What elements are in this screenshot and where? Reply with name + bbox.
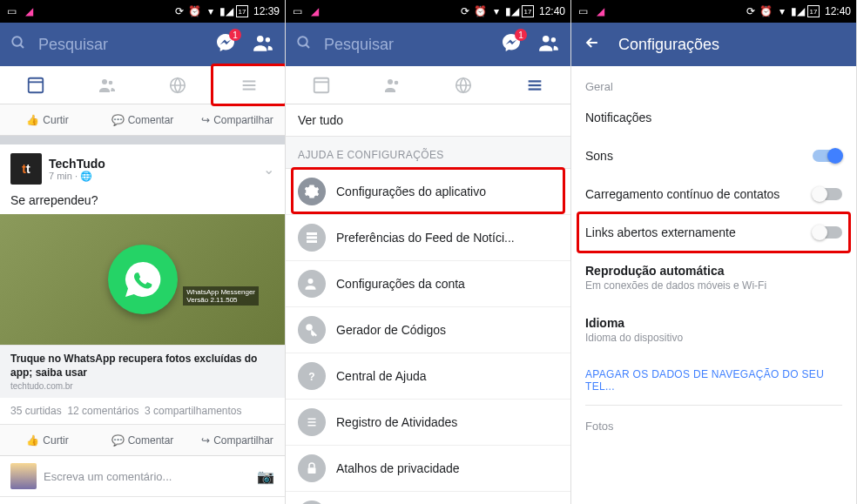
- post-stats[interactable]: 35 curtidas 12 comentários 3 compartilha…: [0, 398, 285, 425]
- friend-requests-icon[interactable]: [537, 31, 560, 57]
- section-photos: Fotos: [571, 406, 856, 438]
- status-bar: ▭ ◢ ⟳ ⏰ ▾ ▮◢ 17 12:39: [0, 0, 285, 23]
- alarm-icon: ⏰: [189, 5, 201, 17]
- post-text: Se arrependeu?: [0, 193, 285, 214]
- user-avatar[interactable]: [10, 463, 37, 489]
- share-icon: ↪: [201, 434, 210, 447]
- tab-menu[interactable]: [499, 66, 570, 104]
- app-icon: ◢: [308, 5, 321, 17]
- screen-feed: ▭ ◢ ⟳ ⏰ ▾ ▮◢ 17 12:39 Pesquisar 1: [0, 0, 286, 504]
- toggle-sounds[interactable]: [813, 150, 842, 162]
- share-icon: ↪: [201, 114, 210, 126]
- alarm-icon: ⏰: [760, 5, 773, 17]
- list-icon: [298, 408, 326, 436]
- camera-icon[interactable]: 📷: [257, 468, 274, 485]
- svg-rect-4: [29, 77, 44, 92]
- wifi-icon: ▾: [490, 5, 503, 17]
- back-icon[interactable]: [584, 34, 601, 55]
- menu-item-terms[interactable]: Termos & Políticas: [286, 492, 570, 504]
- comment-button[interactable]: 💬Comentar: [95, 425, 190, 455]
- settings-sounds[interactable]: Sons: [571, 137, 856, 175]
- svg-rect-33: [308, 467, 316, 474]
- tab-newsfeed[interactable]: [286, 66, 357, 104]
- screen-settings: ▭ ◢ ⟳ ⏰ ▾ ▮◢ 17 12:40 Configurações Gera…: [571, 0, 857, 504]
- share-button[interactable]: ↪Compartilhar: [190, 425, 285, 455]
- nav-tabs: [0, 66, 285, 104]
- search-input[interactable]: Pesquisar: [38, 36, 215, 54]
- comment-button[interactable]: 💬Comentar: [95, 104, 190, 135]
- search-icon[interactable]: [296, 35, 314, 54]
- share-button[interactable]: ↪Compartilhar: [190, 104, 285, 135]
- post-image[interactable]: WhatsApp MessengerVersão 2.11.505: [0, 214, 285, 345]
- comment-icon: 💬: [111, 114, 125, 126]
- battery-icon: 17: [236, 5, 248, 17]
- like-button[interactable]: 👍Curtir: [0, 425, 95, 455]
- status-bar: ▭ ◢ ⟳ ⏰ ▾ ▮◢ 17 12:40: [286, 0, 570, 23]
- wifi-icon: ▾: [205, 5, 217, 17]
- badge-count: 1: [229, 29, 241, 41]
- tab-friends[interactable]: [357, 66, 428, 104]
- messenger-icon[interactable]: 1: [215, 32, 236, 57]
- feed-icon: [298, 224, 326, 252]
- clear-browsing-data[interactable]: APAGAR OS DADOS DE NAVEGAÇÃO DO SEU TEL.…: [571, 356, 856, 405]
- tab-notifications[interactable]: [428, 66, 500, 104]
- search-input[interactable]: Pesquisar: [324, 36, 501, 54]
- link-title: Truque no WhatsApp recupera fotos excluí…: [10, 353, 274, 380]
- person-gear-icon: [298, 270, 326, 298]
- menu-item-code-generator[interactable]: Gerador de Códigos: [286, 307, 570, 353]
- notif-icon: ▭: [577, 5, 589, 17]
- toggle-contacts[interactable]: [813, 188, 842, 200]
- notif-icon: ▭: [291, 5, 303, 17]
- svg-rect-25: [307, 237, 317, 239]
- app-icon: ◢: [23, 5, 35, 17]
- document-icon: [298, 501, 326, 504]
- settings-language[interactable]: Idioma Idioma do dispositivo: [571, 304, 856, 356]
- svg-point-12: [298, 37, 307, 46]
- svg-line-13: [306, 44, 309, 48]
- avatar[interactable]: tt: [10, 153, 42, 185]
- page-title: Configurações: [618, 36, 719, 54]
- settings-autoplay[interactable]: Reprodução automática Em conexões de dad…: [571, 252, 856, 304]
- tab-menu[interactable]: [213, 66, 285, 104]
- messenger-icon[interactable]: 1: [501, 32, 522, 57]
- menu-item-feed-prefs[interactable]: Preferências do Feed de Notíci...: [286, 215, 570, 261]
- clock: 12:39: [253, 5, 280, 17]
- svg-point-15: [551, 37, 556, 42]
- svg-point-18: [388, 79, 393, 84]
- badge-count: 1: [515, 29, 527, 41]
- post-actions-top: 👍Curtir 💬Comentar ↪Compartilhar: [0, 104, 285, 136]
- post-author[interactable]: TechTudo: [49, 157, 256, 171]
- wa-version-label: WhatsApp MessengerVersão 2.11.505: [183, 286, 259, 306]
- svg-rect-26: [307, 240, 317, 243]
- chevron-down-icon[interactable]: ⌄: [263, 161, 274, 178]
- search-icon[interactable]: [10, 35, 28, 54]
- battery-icon: 17: [522, 5, 534, 17]
- friend-requests-icon[interactable]: [252, 31, 274, 57]
- tab-friends[interactable]: [71, 66, 143, 104]
- menu-item-activity-log[interactable]: Registro de Atividades: [286, 400, 570, 446]
- svg-point-19: [394, 80, 398, 84]
- tab-newsfeed[interactable]: [0, 66, 71, 104]
- svg-point-3: [266, 37, 270, 42]
- comment-input[interactable]: Escreva um comentário...: [44, 470, 250, 483]
- related-links[interactable]: 1 links relacionados: [0, 496, 285, 504]
- screen-menu: ▭ ◢ ⟳ ⏰ ▾ ▮◢ 17 12:40 Pesquisar 1: [286, 0, 571, 504]
- menu-item-account-settings[interactable]: Configurações da conta: [286, 261, 570, 307]
- menu-item-privacy[interactable]: Atalhos de privacidade: [286, 446, 570, 492]
- battery-icon: 17: [807, 5, 820, 17]
- post-actions-bottom: 👍Curtir 💬Comentar ↪Compartilhar: [0, 425, 285, 456]
- highlight-menu: [211, 64, 286, 106]
- menu-item-help-center[interactable]: ? Central de Ajuda: [286, 353, 570, 400]
- see-all-button[interactable]: Ver tudo: [286, 104, 570, 137]
- svg-point-2: [257, 36, 264, 43]
- svg-point-27: [308, 279, 314, 284]
- globe-icon: 🌐: [80, 171, 92, 182]
- settings-contacts-sync[interactable]: Carregamento contínuo de contatos: [571, 175, 856, 213]
- settings-notifications[interactable]: Notificações: [571, 98, 856, 137]
- link-domain: techtudo.com.br: [10, 381, 274, 391]
- key-icon: [298, 316, 326, 344]
- link-card[interactable]: Truque no WhatsApp recupera fotos excluí…: [0, 345, 285, 398]
- like-button[interactable]: 👍Curtir: [0, 104, 95, 135]
- svg-line-1: [20, 44, 24, 48]
- tab-notifications[interactable]: [143, 66, 214, 104]
